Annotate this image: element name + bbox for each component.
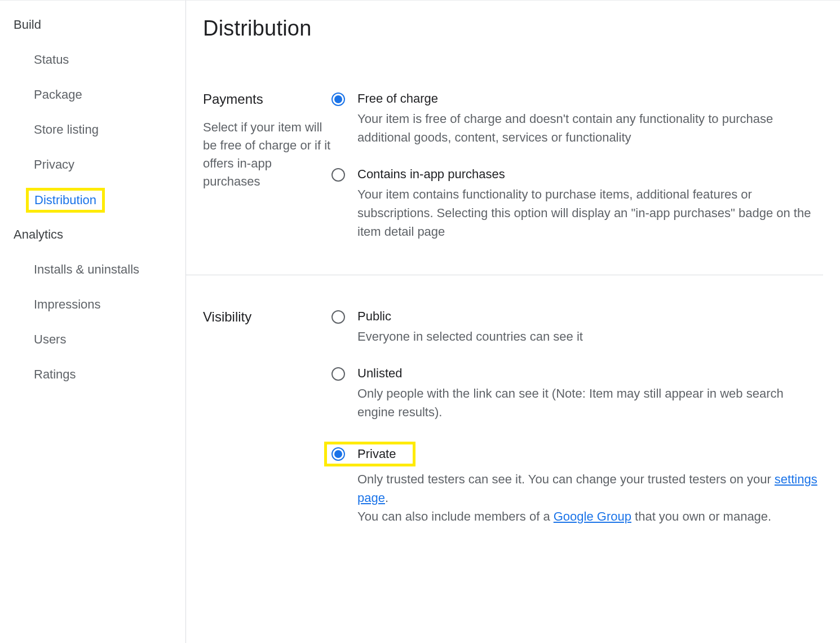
- sidebar-item-package[interactable]: Package: [0, 77, 185, 112]
- radio-free-of-charge-input[interactable]: [331, 93, 345, 106]
- radio-unlisted-title: Unlisted: [357, 366, 823, 381]
- payments-label: Payments: [203, 91, 331, 107]
- radio-inapp-title: Contains in-app purchases: [357, 167, 823, 182]
- radio-unlisted: Unlisted Only people with the link can s…: [331, 366, 823, 421]
- radio-private: Private Only trusted testers can see it.…: [331, 442, 823, 526]
- radio-free-of-charge: Free of charge Your item is free of char…: [331, 91, 823, 147]
- visibility-label: Visibility: [203, 309, 331, 325]
- radio-in-app-purchases: Contains in-app purchases Your item cont…: [331, 167, 823, 241]
- private-desc-mid: .: [385, 491, 388, 505]
- radio-public-input[interactable]: [331, 310, 345, 324]
- radio-private-desc: Only trusted testers can see it. You can…: [357, 470, 823, 526]
- sidebar-item-status[interactable]: Status: [0, 42, 185, 77]
- radio-inapp-desc: Your item contains functionality to purc…: [357, 185, 823, 241]
- sidebar-item-distribution[interactable]: Distribution: [34, 193, 96, 208]
- page-title: Distribution: [203, 16, 823, 41]
- highlight-box-distribution: Distribution: [26, 188, 105, 213]
- radio-unlisted-desc: Only people with the link can see it (No…: [357, 384, 823, 421]
- radio-free-desc: Your item is free of charge and doesn't …: [357, 109, 823, 147]
- private-desc2-pre: You can also include members of a: [357, 509, 554, 523]
- sidebar-section-build: Build: [0, 12, 185, 42]
- radio-public-desc: Everyone in selected countries can see i…: [357, 327, 823, 346]
- radio-public: Public Everyone in selected countries ca…: [331, 309, 823, 346]
- sidebar-item-ratings[interactable]: Ratings: [0, 357, 185, 392]
- sidebar-section-analytics: Analytics: [0, 222, 185, 252]
- radio-inapp-input[interactable]: [331, 168, 345, 182]
- sidebar-item-impressions[interactable]: Impressions: [0, 287, 185, 322]
- section-visibility: Visibility Public Everyone in selected c…: [203, 309, 823, 560]
- sidebar-item-privacy[interactable]: Privacy: [0, 147, 185, 182]
- radio-private-title: Private: [357, 447, 396, 461]
- private-desc-pre: Only trusted testers can see it. You can…: [357, 472, 775, 486]
- link-google-group[interactable]: Google Group: [554, 509, 631, 523]
- sidebar-item-installs[interactable]: Installs & uninstalls: [0, 252, 185, 287]
- private-desc2-post: that you own or manage.: [631, 509, 771, 523]
- radio-free-title: Free of charge: [357, 91, 823, 106]
- main-content: Distribution Payments Select if your ite…: [186, 1, 840, 643]
- sidebar-item-users[interactable]: Users: [0, 322, 185, 357]
- sidebar-item-store-listing[interactable]: Store listing: [0, 112, 185, 147]
- radio-private-input[interactable]: [331, 447, 345, 461]
- highlight-box-private: Private: [324, 442, 415, 466]
- radio-unlisted-input[interactable]: [331, 367, 345, 381]
- radio-public-title: Public: [357, 309, 823, 324]
- sidebar: Build Status Package Store listing Priva…: [0, 1, 186, 643]
- section-payments: Payments Select if your item will be fre…: [186, 91, 823, 275]
- payments-help: Select if your item will be free of char…: [203, 118, 331, 191]
